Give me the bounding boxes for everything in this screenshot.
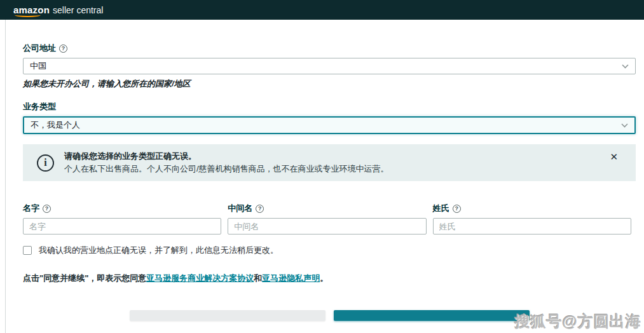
last-name-input[interactable] bbox=[433, 218, 631, 234]
amazon-seller-central-logo[interactable]: amazon seller central bbox=[13, 4, 103, 15]
agreement-text: 点击"同意并继续"，即表示您同意亚马逊服务商业解决方案协议和亚马逊隐私声明。 bbox=[23, 273, 636, 284]
previous-button[interactable] bbox=[130, 310, 325, 321]
company-address-select[interactable]: 中国 bbox=[23, 58, 636, 74]
close-icon[interactable]: ✕ bbox=[610, 152, 618, 161]
agreement-suffix: 。 bbox=[320, 273, 328, 283]
amazon-logo: amazon bbox=[13, 4, 50, 15]
watermark: 搜狐号@方圆出海 bbox=[515, 311, 641, 332]
business-solutions-agreement-link[interactable]: 亚马逊服务商业解决方案协议 bbox=[146, 273, 254, 283]
business-type-label: 业务类型 bbox=[23, 101, 56, 112]
chevron-down-icon bbox=[622, 64, 629, 69]
last-name-help-icon[interactable]: ? bbox=[453, 205, 461, 213]
middle-name-input[interactable] bbox=[228, 218, 426, 234]
agreement-conjunction: 和 bbox=[254, 273, 262, 283]
last-name-label-row: 姓氏 ? bbox=[433, 203, 631, 214]
company-address-value: 中国 bbox=[30, 60, 46, 72]
first-name-input[interactable] bbox=[23, 218, 221, 234]
first-name-help-icon[interactable]: ? bbox=[43, 205, 51, 213]
business-type-value: 不，我是个人 bbox=[31, 119, 80, 131]
company-address-note: 如果您未开办公司，请输入您所在的国家/地区 bbox=[23, 78, 636, 90]
first-name-field-group: 名字 ? bbox=[23, 203, 221, 234]
middle-name-field-group: 中间名 ? bbox=[228, 203, 426, 234]
middle-name-label: 中间名 bbox=[228, 203, 252, 214]
top-nav-bar: amazon seller central bbox=[0, 0, 644, 20]
name-fields-row: 名字 ? 中间名 ? 姓氏 ? bbox=[23, 203, 631, 234]
chevron-down-icon bbox=[621, 123, 628, 128]
confirm-location-row: 我确认我的营业地点正确无误，并了解到，此信息无法稍后更改。 bbox=[23, 245, 636, 256]
middle-name-help-icon[interactable]: ? bbox=[256, 205, 264, 213]
middle-name-label-row: 中间名 ? bbox=[228, 203, 426, 214]
first-name-label-row: 名字 ? bbox=[23, 203, 221, 214]
last-name-label: 姓氏 bbox=[433, 203, 449, 214]
company-address-label-row: 公司地址 ? bbox=[23, 43, 636, 54]
seller-central-label: seller central bbox=[53, 5, 103, 15]
business-type-select[interactable]: 不，我是个人 bbox=[23, 116, 636, 134]
business-type-label-row: 业务类型 bbox=[23, 101, 636, 112]
agreement-prefix: 点击"同意并继续"，即表示您同意 bbox=[23, 273, 146, 283]
alert-title: 请确保您选择的业务类型正确无误。 bbox=[64, 151, 599, 162]
first-name-label: 名字 bbox=[23, 203, 39, 214]
alert-body: 个人在私下出售商品。个人不向公司/慈善机构销售商品，也不在商业或专业环境中运营。 bbox=[64, 163, 599, 175]
info-icon: i bbox=[37, 154, 54, 172]
confirm-location-checkbox[interactable] bbox=[23, 246, 32, 255]
last-name-field-group: 姓氏 ? bbox=[433, 203, 631, 234]
company-address-help-icon[interactable]: ? bbox=[59, 44, 67, 53]
registration-form: 公司地址 ? 中国 如果您未开办公司，请输入您所在的国家/地区 业务类型 不，我… bbox=[5, 20, 644, 333]
confirm-location-label: 我确认我的营业地点正确无误，并了解到，此信息无法稍后更改。 bbox=[39, 245, 278, 256]
amazon-smile-icon bbox=[15, 14, 41, 17]
company-address-label: 公司地址 bbox=[23, 43, 56, 54]
business-type-alert: i 请确保您选择的业务类型正确无误。 个人在私下出售商品。个人不向公司/慈善机构… bbox=[23, 144, 636, 181]
alert-text: 请确保您选择的业务类型正确无误。 个人在私下出售商品。个人不向公司/慈善机构销售… bbox=[64, 151, 599, 175]
privacy-notice-link[interactable]: 亚马逊隐私声明 bbox=[262, 273, 320, 283]
agree-and-continue-button[interactable] bbox=[334, 310, 530, 321]
